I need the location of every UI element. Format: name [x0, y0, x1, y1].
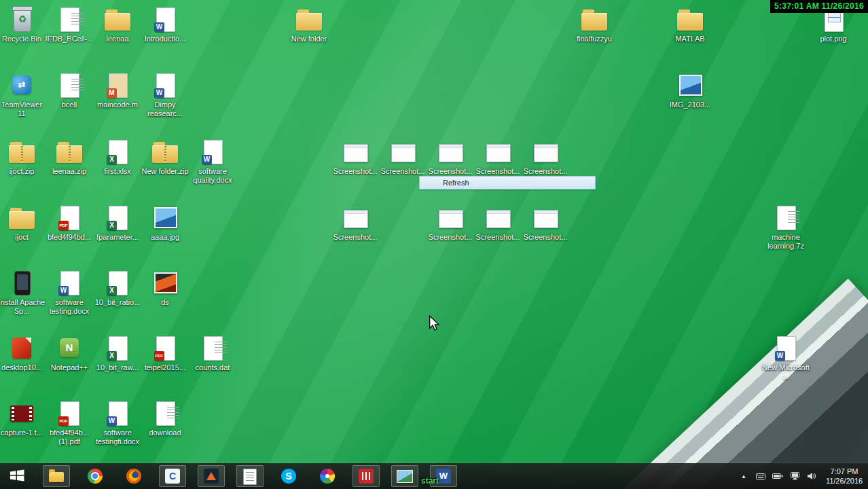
- desktop-icon-ijoct-zip[interactable]: ijoct.zip: [0, 139, 46, 176]
- image-viewer-icon: [396, 467, 414, 485]
- apache-icon: [5, 270, 38, 296]
- word-icon: W: [149, 7, 181, 33]
- word-icon: W: [53, 270, 86, 296]
- desktop-icon-finalfuzzyu[interactable]: finalfuzzyu: [570, 7, 619, 43]
- icon-label: teipel2015...: [145, 363, 185, 372]
- desktop-icon-img-2103[interactable]: IMG_2103...: [666, 73, 715, 109]
- firefox[interactable]: [120, 465, 147, 487]
- desktop-icons-layer: ♻Recycle BinIEDB_BCell-...leenaaWIntrodu…: [0, 0, 868, 489]
- start-button[interactable]: [4, 465, 31, 487]
- icon-label: download: [149, 429, 181, 437]
- file-explorer[interactable]: [43, 465, 70, 487]
- icon-label: Screenshot...: [333, 167, 378, 176]
- taskbar-items: CSW: [0, 463, 457, 489]
- icon-label: counts.dat: [196, 363, 230, 372]
- desktop-icon-dimpy-reasearc[interactable]: WDimpy reasearc...: [141, 73, 189, 118]
- desktop-icon-introductio[interactable]: WIntroductio...: [141, 7, 189, 43]
- desktop-icon-screenshot[interactable]: Screenshot...: [426, 139, 475, 176]
- tray-clock[interactable]: 7:07 PM 11/26/2016: [823, 467, 865, 486]
- firefox-icon: [125, 467, 143, 485]
- desktop-icon-software-testingfi-docx[interactable]: Wsoftware testingfi.docx: [93, 401, 142, 446]
- desktop-icon-download[interactable]: download: [141, 401, 189, 437]
- icon-label: ds: [161, 298, 169, 307]
- skype[interactable]: S: [275, 465, 302, 487]
- recording-timestamp-overlay: 5:37:01 AM 11/26/2016: [770, 0, 868, 13]
- desktop-icon-new-folder[interactable]: New folder: [285, 7, 333, 43]
- desktop-icon-matlab[interactable]: MATLAB: [666, 7, 715, 43]
- desktop-icon-ds[interactable]: ds: [141, 270, 189, 307]
- desktop-icon-ijoct[interactable]: ijoct: [0, 205, 46, 242]
- desktop-icon-bfed4f94b-1-pdf[interactable]: PDFbfed4f94b... (1).pdf: [45, 401, 94, 446]
- desktop-icon-screenshot[interactable]: Screenshot...: [521, 139, 570, 176]
- icon-label: Screenshot...: [524, 167, 568, 176]
- desktop-icon-screenshot[interactable]: Screenshot...: [473, 205, 522, 242]
- desktop-icon-screenshot[interactable]: Screenshot...: [331, 139, 380, 176]
- desktop-icon-10-bit-raw[interactable]: X10_bit_raw...: [93, 336, 142, 372]
- touch-keyboard-icon[interactable]: [755, 471, 766, 482]
- matlab[interactable]: [198, 465, 225, 487]
- desktop-icon-teipel2015[interactable]: PDFteipel2015...: [141, 336, 189, 372]
- folder-icon: [578, 7, 611, 33]
- matlab-icon: [202, 467, 220, 485]
- desktop-icon-recycle-bin[interactable]: ♻Recycle Bin: [0, 7, 46, 43]
- icon-label: first.xlsx: [104, 167, 131, 176]
- desktop-icon-bfed4f94bd[interactable]: PDFbfed4f94bd...: [45, 205, 94, 242]
- desktop-icon-first-xlsx[interactable]: Xfirst.xlsx: [93, 139, 142, 176]
- desktop-icon-iedb-bcell[interactable]: IEDB_BCell-...: [45, 7, 94, 43]
- desktop-icon-screenshot[interactable]: Screenshot...: [521, 205, 570, 242]
- desktop-icon-machine-learning-7z[interactable]: machine learning.7z: [761, 205, 810, 251]
- notepad[interactable]: [236, 465, 264, 487]
- file-explorer-icon: [48, 467, 65, 485]
- plain-icon: [149, 401, 181, 427]
- pdf-icon: PDF: [53, 205, 86, 231]
- code-editor[interactable]: C: [159, 465, 186, 487]
- photo-app[interactable]: [314, 465, 341, 487]
- desktop-icon-new-microsoft[interactable]: WNew Microsoft ...: [761, 336, 810, 381]
- icon-label: 10_bit_raw...: [96, 363, 139, 372]
- mfile-icon: M: [101, 73, 134, 98]
- desktop-icon-desktop10[interactable]: desktop10...: [0, 336, 46, 372]
- folder-icon: [5, 205, 38, 231]
- excel-icon: X: [101, 139, 134, 165]
- network-icon[interactable]: [789, 471, 800, 482]
- notepad-icon: [241, 467, 259, 485]
- desktop-icon-new-folder-zip[interactable]: New folder.zip: [141, 139, 189, 176]
- icon-label: Recycle Bin: [2, 35, 41, 43]
- desktop-icon-screenshot[interactable]: Screenshot...: [331, 205, 380, 242]
- desktop-icon-leenaa-zip[interactable]: leenaa.zip: [45, 139, 94, 176]
- desktop-icon-install-apache-sp[interactable]: Install Apache Sp...: [0, 270, 46, 316]
- icon-label: IEDB_BCell-...: [46, 35, 94, 43]
- desktop-icon-notepad[interactable]: NNotepad++: [45, 336, 94, 372]
- desktop-icon-software-quality-docx[interactable]: Wsoftware quality.docx: [188, 139, 237, 185]
- desktop-icon-aaaa-jpg[interactable]: aaaa.jpg: [141, 205, 189, 242]
- icon-label: Screenshot...: [524, 233, 568, 242]
- photo-icon: [674, 73, 706, 98]
- icon-label: finalfuzzyu: [577, 35, 612, 43]
- folder-icon: [674, 7, 706, 33]
- desktop-icon-software-testing-docx[interactable]: Wsoftware testing.docx: [45, 270, 94, 316]
- desktop-icon-fparameter[interactable]: Xfparameter...: [93, 205, 142, 242]
- show-hidden-icons-icon[interactable]: ▲: [738, 471, 749, 482]
- power-icon[interactable]: [772, 471, 783, 482]
- desktop-icon-screenshot[interactable]: Screenshot...: [473, 139, 522, 176]
- recycle-icon: ♻: [5, 7, 38, 33]
- excel-icon: X: [101, 270, 134, 296]
- icon-label: Install Apache Sp...: [0, 298, 46, 316]
- icon-label: maincode.m: [97, 101, 138, 109]
- tray-time: 7:07 PM: [823, 467, 865, 476]
- desktop-icon-screenshot[interactable]: Screenshot...: [426, 205, 475, 242]
- desktop-icon-capture-1-t[interactable]: capture-1.t...: [0, 401, 46, 437]
- desktop-icon-leenaa[interactable]: leenaa: [93, 7, 142, 43]
- desktop-icon-counts-dat[interactable]: counts.dat: [188, 336, 237, 372]
- chrome[interactable]: [82, 465, 109, 487]
- image-viewer[interactable]: [391, 465, 418, 487]
- volume-icon[interactable]: [806, 471, 817, 482]
- desktop-icon-maincode-m[interactable]: Mmaincode.m: [93, 73, 142, 109]
- context-menu-refresh[interactable]: Refresh: [419, 176, 596, 189]
- icon-label: Introductio...: [145, 35, 186, 43]
- desktop-icon-screenshot[interactable]: Screenshot...: [378, 139, 427, 176]
- desktop-icon-bcell[interactable]: bcell: [45, 73, 94, 109]
- media-app[interactable]: [352, 465, 380, 487]
- desktop-icon-teamviewer-11[interactable]: ⇄TeamViewer 11: [0, 73, 46, 118]
- desktop-icon-10-bit-ratio[interactable]: X10_bit_ratio...: [93, 270, 142, 307]
